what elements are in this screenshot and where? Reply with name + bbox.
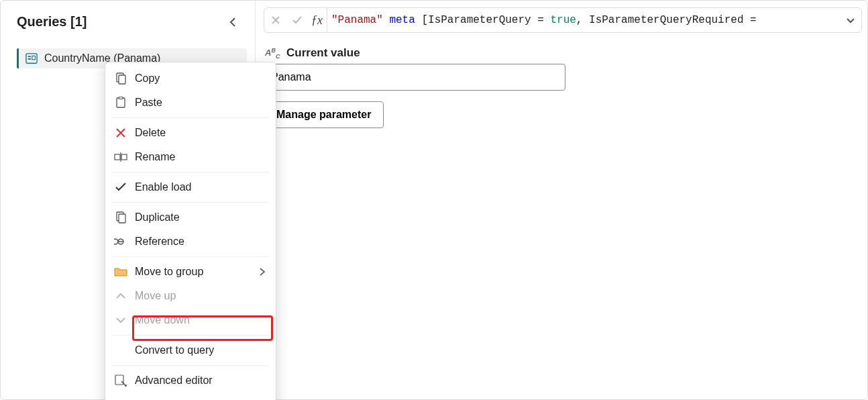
menu-item-duplicate[interactable]: Duplicate [105,205,276,230]
menu-separator [112,365,269,366]
svg-rect-7 [119,97,123,99]
x-icon [271,15,280,25]
chevron-down-icon [113,313,128,328]
current-value-label-text: Current value [286,46,360,60]
main-panel: ƒx "Panama" meta [IsParameterQuery = tru… [256,1,867,399]
text-type-icon: ABC [265,47,280,60]
menu-item-label: Move up [135,290,176,302]
blank-icon [113,343,128,358]
queries-title: Queries [1] [17,14,87,30]
menu-item-move-up: Move up [105,284,276,308]
menu-item-label: Move down [135,314,190,326]
menu-item-label: Paste [135,97,162,109]
rename-icon [113,150,128,164]
menu-item-label: Delete [135,127,166,139]
check-icon [292,15,303,25]
menu-item-label: Rename [135,151,175,163]
menu-item-paste[interactable]: Paste [105,91,276,115]
menu-item-advanced-editor[interactable]: Advanced editor [105,368,276,393]
svg-rect-9 [121,154,127,160]
menu-item-label: Advanced editor [135,374,213,387]
chevron-right-icon [258,268,266,276]
blank-icon [113,397,128,400]
expand-formula-button[interactable] [845,15,856,26]
paste-icon [113,95,128,110]
menu-item-manage[interactable]: Manage... [105,393,276,400]
duplicate-icon [113,210,128,225]
formula-token-literal: true [550,14,576,26]
menu-item-label: Copy [135,72,160,85]
svg-rect-6 [117,98,125,107]
chevron-down-icon [845,15,856,26]
folder-icon [113,264,128,279]
parameter-icon [25,52,38,64]
svg-rect-12 [119,214,125,223]
svg-rect-8 [115,154,120,160]
menu-item-label: Move to group [135,266,203,278]
commit-formula-button[interactable] [288,11,306,29]
delete-icon [113,126,128,140]
menu-separator [112,335,269,336]
formula-token-text: , IsParameterQueryRequired = [576,14,757,26]
check-icon [113,180,128,195]
reference-icon [113,234,128,249]
current-value-heading: ABC Current value [265,46,862,60]
current-value-input[interactable] [264,64,565,91]
fx-label: ƒx [310,8,327,32]
menu-item-copy[interactable]: Copy [105,66,276,91]
menu-item-label: Reference [135,236,184,248]
queries-header: Queries [1] [17,14,247,30]
menu-item-label: Enable load [135,181,192,193]
svg-rect-5 [119,75,125,84]
formula-token-text: [IsParameterQuery = [421,14,550,26]
menu-separator [112,117,269,118]
svg-rect-1 [28,56,32,57]
menu-item-enable-load[interactable]: Enable load [105,175,276,199]
menu-item-move-to-group[interactable]: Move to group [105,260,276,284]
chevron-up-icon [113,289,128,303]
menu-item-move-down: Move down [105,308,276,332]
chevron-left-icon [228,17,239,28]
menu-item-label: Convert to query [135,344,214,356]
advanced-editor-icon [113,373,128,388]
menu-item-label: Duplicate [135,211,180,223]
svg-rect-2 [28,58,32,60]
manage-parameter-button[interactable]: Manage parameter [264,101,384,128]
menu-separator [112,256,269,257]
formula-token-keyword: meta [383,14,422,26]
menu-separator [112,172,269,172]
cancel-formula-button[interactable] [267,11,284,29]
svg-rect-14 [115,375,123,385]
formula-token-string: "Panama" [331,14,383,26]
menu-separator [112,202,269,203]
menu-item-delete[interactable]: Delete [105,121,276,145]
copy-icon [113,71,128,86]
query-context-menu: Copy Paste Delete Rename Enable load Dup… [105,62,276,400]
menu-item-rename[interactable]: Rename [105,145,276,169]
formula-input[interactable]: "Panama" meta [IsParameterQuery = true, … [331,14,841,26]
menu-item-convert-to-query[interactable]: Convert to query [105,338,276,362]
formula-bar: ƒx "Panama" meta [IsParameterQuery = tru… [264,7,862,33]
collapse-sidebar-button[interactable] [228,17,239,28]
svg-rect-3 [32,56,36,59]
menu-item-reference[interactable]: Reference [105,230,276,254]
